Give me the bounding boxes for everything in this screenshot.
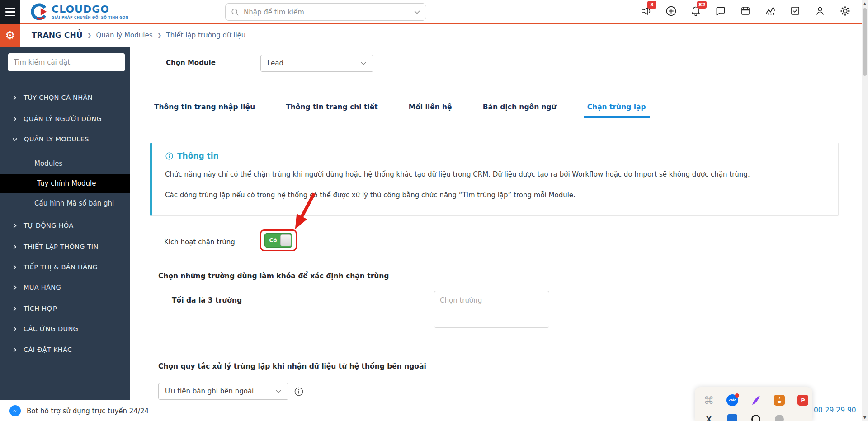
breadcrumb-home[interactable]: TRANG CHỦ [32,31,82,40]
chevron-right-icon [12,306,17,311]
x-app-icon[interactable]: X [703,413,715,421]
settings-gear-icon[interactable] [839,5,851,17]
java-app-icon[interactable] [774,394,785,406]
chevron-down-icon [12,137,18,142]
global-search[interactable] [225,3,426,21]
settings-section-gear-icon[interactable]: ⚙ [0,24,20,47]
support-bot-text: Bot hỗ trợ sử dụng trực tuyến 24/24 [27,407,149,415]
max-fields-label: Tối đa là 3 trường [172,296,242,304]
hamburger-menu-icon[interactable] [0,0,20,24]
sidebar-group-users[interactable]: QUẢN LÝ NGƯỜI DÙNG [0,112,130,126]
sidebar-group-modules[interactable]: QUẢN LÝ MODULES [0,132,130,146]
app-launcher-widget: ⌘ Zalo P X [695,387,812,421]
hotline-phone[interactable]: 00 29 29 90 [814,406,856,414]
sidebar-group-applications[interactable]: CÁC ỨNG DỤNG [0,322,130,336]
sidebar-group-info-setup[interactable]: THIẾT LẬP THÔNG TIN [0,239,130,254]
duplicate-block-toggle[interactable]: Có [264,233,292,248]
top-bar: CLOUDGO GIẢI PHÁP CHUYỂN ĐỔI SỐ TINH GỌN… [0,0,868,23]
tabs-divider [138,119,850,119]
chat-icon[interactable] [715,5,726,17]
add-record-icon[interactable] [665,5,677,17]
sidebar-group-other-settings[interactable]: CÀI ĐẶT KHÁC [0,342,130,357]
breadcrumb: TRANG CHỦ ❯ Quản lý Modules ❯ Thiết lập … [20,24,868,47]
messenger-icon [9,405,21,417]
shield-app-icon[interactable] [726,413,738,421]
chevron-down-icon [360,61,367,66]
toggle-knob [280,234,291,246]
notifications-bell-icon[interactable]: 82 [690,5,702,17]
chevron-down-icon[interactable] [414,9,420,15]
toggle-on-label: Có [265,234,281,247]
chevron-right-icon [12,327,17,332]
tasks-check-square-icon[interactable] [789,5,801,17]
global-search-input[interactable] [244,8,409,16]
info-callout: Thông tin Chức năng này chỉ có thể chặn … [150,143,839,216]
sidebar-search-input[interactable] [8,53,125,71]
page-scrollbar[interactable]: ▲ ▼ [862,0,868,421]
sidebar-group-purchasing[interactable]: MUA HÀNG [0,280,130,295]
zalo-notification-dot [735,393,739,398]
breadcrumb-modules[interactable]: Quản lý Modules [96,31,153,39]
module-select-value: Lead [267,59,283,67]
sidebar-group-integration[interactable]: TÍCH HỢP [0,301,130,316]
tab-translations[interactable]: Bản dịch ngôn ngữ [479,100,560,118]
rule-info-icon[interactable] [294,387,304,397]
scrollbar-down-arrow[interactable]: ▼ [862,415,868,420]
chevron-right-icon [12,285,17,290]
user-profile-icon[interactable] [814,5,826,17]
chevron-right-icon [12,95,17,100]
tab-relations[interactable]: Mối liên hệ [405,100,456,118]
chevron-right-icon [12,223,17,228]
zalo-app-icon[interactable]: Zalo [726,394,738,406]
tab-duplicate-blocking[interactable]: Chặn trùng lặp [584,100,650,118]
logo-tagline: GIẢI PHÁP CHUYỂN ĐỔI SỐ TINH GỌN [52,16,128,19]
announcement-megaphone-icon[interactable]: 3 [640,5,652,17]
search-icon [231,8,239,16]
gray-app-icon[interactable] [774,413,785,421]
breadcrumb-current: Thiết lập trường dữ liệu [166,31,246,39]
external-rule-value: Ưu tiên bản ghi bên ngoài [165,387,254,395]
chevron-down-icon [275,389,282,394]
module-tabs: Thông tin trang nhập liệu Thông tin tran… [151,100,650,118]
notifications-badge: 82 [697,1,707,9]
info-paragraph-1: Chức năng này chỉ có thể chặn trùng khi … [165,170,825,178]
key-fields-heading: Chọn những trường dùng làm khóa để xác đ… [158,272,389,280]
header-accent-line [20,23,868,24]
settings-sidebar: TÙY CHỌN CÁ NHÂN QUẢN LÝ NGƯỜI DÙNG QUẢN… [0,47,130,400]
cloudgo-logo-icon [31,3,48,20]
feather-app-icon[interactable] [750,394,762,406]
breadcrumb-separator: ❯ [87,32,91,38]
scrollbar-up-arrow[interactable]: ▲ [862,1,868,6]
external-rule-heading: Chọn quy tắc xử lý trùng lặp khi nhận dữ… [158,362,426,370]
sidebar-item-modules[interactable]: Modules [0,156,130,171]
tab-input-page-info[interactable]: Thông tin trang nhập liệu [151,100,259,118]
external-rule-select[interactable]: Ưu tiên bản ghi bên ngoài [158,383,288,400]
chevron-right-icon [12,265,17,270]
knot-app-icon[interactable]: ⌘ [703,394,715,406]
logo-text: CLOUDGO [52,5,128,14]
chevron-right-icon [12,244,17,249]
swoosh-app-icon[interactable] [750,413,762,421]
sidebar-item-customize-module[interactable]: Tùy chỉnh Module [0,174,130,193]
chevron-right-icon [12,117,17,122]
sidebar-group-personal[interactable]: TÙY CHỌN CÁ NHÂN [0,90,130,105]
key-fields-placeholder: Chọn trường [440,296,482,304]
calendar-icon[interactable] [740,5,751,17]
support-bot-link[interactable]: Bot hỗ trợ sử dụng trực tuyến 24/24 [9,405,149,417]
info-title: Thông tin [177,151,219,160]
red-p-app-icon[interactable]: P [797,394,809,406]
module-select[interactable]: Lead [260,55,373,72]
cloudgo-logo[interactable]: CLOUDGO GIẢI PHÁP CHUYỂN ĐỔI SỐ TINH GỌN [31,3,128,20]
sidebar-item-record-number[interactable]: Cấu hình Mã số bản ghi [0,196,130,210]
sidebar-group-automation[interactable]: TỰ ĐỘNG HÓA [0,218,130,233]
chevron-right-icon [12,347,17,352]
info-circle-icon [165,152,174,160]
sidebar-group-marketing-sales[interactable]: TIẾP THỊ & BÁN HÀNG [0,260,130,274]
key-fields-multiselect[interactable]: Chọn trường [434,291,549,328]
breadcrumb-separator: ❯ [157,32,161,38]
module-select-label: Chọn Module [166,59,216,67]
announcement-badge: 3 [647,1,656,9]
tab-detail-page-info[interactable]: Thông tin trang chi tiết [282,100,382,118]
analytics-chart-icon[interactable] [764,5,776,17]
scrollbar-thumb[interactable] [863,8,867,76]
